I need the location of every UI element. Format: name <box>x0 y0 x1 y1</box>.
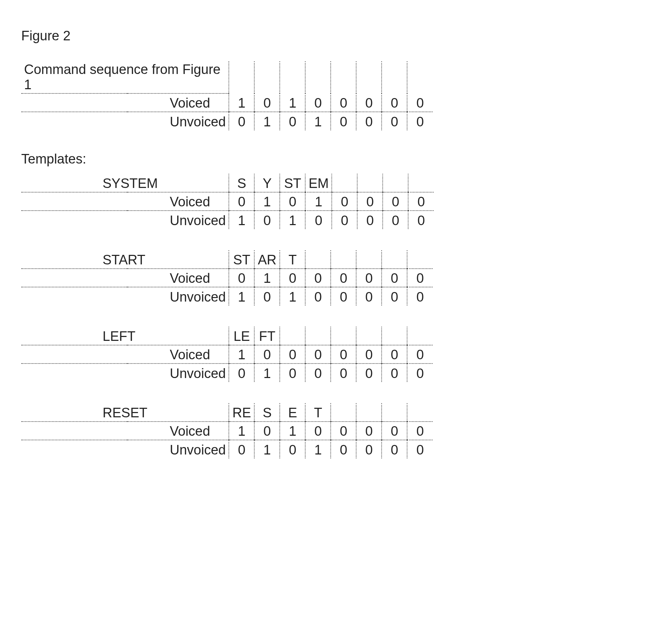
data-cell: 0 <box>382 440 407 458</box>
segment-cell <box>331 327 356 345</box>
command-sequence-table: Command sequence from Figure 1 Voiced 1 … <box>21 61 433 130</box>
data-cell: 1 <box>254 192 280 211</box>
template-name: RESET <box>21 403 229 422</box>
template-name: LEFT <box>21 327 229 345</box>
data-cell: 0 <box>331 112 356 130</box>
data-cell: 0 <box>332 211 357 229</box>
spacer <box>21 422 127 440</box>
data-cell: 0 <box>331 422 356 440</box>
data-cell: 1 <box>229 93 254 112</box>
data-cell: 1 <box>305 192 332 211</box>
data-cell: 0 <box>305 269 331 287</box>
voiced-label: Voiced <box>127 422 229 440</box>
data-cell: 0 <box>280 440 305 458</box>
grid-cell <box>331 61 356 93</box>
data-cell: 0 <box>254 422 280 440</box>
data-cell: 0 <box>229 112 254 130</box>
segment-cell <box>407 250 433 269</box>
data-cell: 0 <box>229 364 254 382</box>
template-unvoiced-row: Unvoiced01010000 <box>21 440 433 458</box>
figure-title: Figure 2 <box>21 28 651 44</box>
spacer <box>21 112 127 130</box>
data-cell: 0 <box>305 345 331 364</box>
data-cell: 0 <box>407 422 433 440</box>
data-cell: 1 <box>254 440 280 458</box>
command-sequence-label: Command sequence from Figure 1 <box>21 61 229 93</box>
templates-label: Templates: <box>21 151 651 167</box>
segment-cell <box>383 174 408 192</box>
voiced-label: Voiced <box>127 269 229 287</box>
segment-cell: T <box>280 250 305 269</box>
spacer <box>21 440 127 458</box>
data-cell: 1 <box>280 93 305 112</box>
data-cell: 0 <box>331 345 356 364</box>
segment-cell: E <box>280 403 305 422</box>
data-cell: 1 <box>254 364 280 382</box>
data-cell: 0 <box>407 287 433 305</box>
segment-cell: T <box>305 403 331 422</box>
command-unvoiced-row: Unvoiced 0 1 0 1 0 0 0 0 <box>21 112 433 130</box>
template-block: SYSTEMSYSTEMVoiced01010000Unvoiced101000… <box>21 174 651 229</box>
data-cell: 0 <box>356 422 382 440</box>
data-cell: 0 <box>280 364 305 382</box>
template-voiced-row: Voiced01010000 <box>21 192 434 211</box>
data-cell: 0 <box>229 192 254 211</box>
unvoiced-label: Unvoiced <box>127 364 229 382</box>
template-voiced-row: Voiced10000000 <box>21 345 433 364</box>
segment-cell: S <box>254 403 280 422</box>
template-name: SYSTEM <box>21 174 229 192</box>
data-cell: 0 <box>407 440 433 458</box>
data-cell: 0 <box>357 192 383 211</box>
data-cell: 0 <box>332 192 357 211</box>
data-cell: 0 <box>331 93 356 112</box>
data-cell: 0 <box>305 93 331 112</box>
segment-cell: AR <box>254 250 280 269</box>
data-cell: 0 <box>382 93 407 112</box>
data-cell: 0 <box>356 345 382 364</box>
segment-cell <box>305 250 331 269</box>
unvoiced-label: Unvoiced <box>127 287 229 305</box>
data-cell: 0 <box>305 287 331 305</box>
spacer <box>21 269 127 287</box>
data-cell: 0 <box>407 364 433 382</box>
template-table: LEFTLEFTVoiced10000000Unvoiced01000000 <box>21 327 433 382</box>
data-cell: 0 <box>356 112 382 130</box>
voiced-label: Voiced <box>127 345 229 364</box>
data-cell: 0 <box>331 287 356 305</box>
voiced-label: Voiced <box>127 192 229 211</box>
data-cell: 0 <box>382 287 407 305</box>
template-table: SYSTEMSYSTEMVoiced01010000Unvoiced101000… <box>21 174 434 229</box>
data-cell: 0 <box>356 269 382 287</box>
segment-cell: EM <box>305 174 332 192</box>
unvoiced-label: Unvoiced <box>127 112 229 130</box>
template-voiced-row: Voiced01000000 <box>21 269 433 287</box>
segment-cell <box>357 174 383 192</box>
data-cell: 1 <box>229 287 254 305</box>
segment-cell <box>356 403 382 422</box>
data-cell: 1 <box>280 422 305 440</box>
grid-cell <box>356 61 382 93</box>
segment-cell <box>331 403 356 422</box>
template-table: RESETRESETVoiced10100000Unvoiced01010000 <box>21 403 433 458</box>
spacer <box>21 364 127 382</box>
grid-cell <box>305 61 331 93</box>
segment-cell <box>305 327 331 345</box>
data-cell: 0 <box>382 345 407 364</box>
grid-cell <box>280 61 305 93</box>
template-title-row: RESETRESET <box>21 403 433 422</box>
spacer <box>21 192 127 211</box>
spacer <box>21 287 127 305</box>
template-unvoiced-row: Unvoiced01000000 <box>21 364 433 382</box>
spacer <box>21 211 127 229</box>
template-name: START <box>21 250 229 269</box>
template-block: RESETRESETVoiced10100000Unvoiced01010000 <box>21 403 651 458</box>
segment-cell <box>280 327 305 345</box>
data-cell: 0 <box>305 364 331 382</box>
data-cell: 0 <box>280 112 305 130</box>
template-voiced-row: Voiced10100000 <box>21 422 433 440</box>
grid-cell <box>229 61 254 93</box>
segment-cell: ST <box>229 250 254 269</box>
spacer <box>21 345 127 364</box>
segment-cell <box>332 174 357 192</box>
data-cell: 0 <box>407 269 433 287</box>
